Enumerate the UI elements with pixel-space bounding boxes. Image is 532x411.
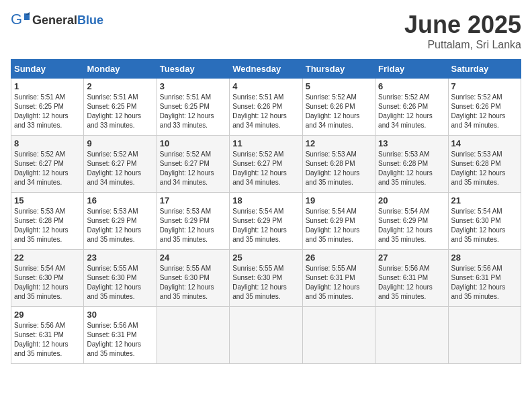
day-cell-20: 20 Sunrise: 5:54 AM Sunset: 6:29 PM Dayl… [375,193,448,250]
day-cell-22: 22 Sunrise: 5:54 AM Sunset: 6:30 PM Dayl… [11,250,84,307]
day-cell-11: 11 Sunrise: 5:52 AM Sunset: 6:27 PM Dayl… [230,136,302,193]
day-cell-27: 27 Sunrise: 5:56 AM Sunset: 6:31 PM Dayl… [375,250,448,307]
day-cell-16: 16 Sunrise: 5:53 AM Sunset: 6:29 PM Dayl… [84,193,157,250]
day-cell-23: 23 Sunrise: 5:55 AM Sunset: 6:30 PM Dayl… [84,250,157,307]
day-cell-26: 26 Sunrise: 5:55 AM Sunset: 6:31 PM Dayl… [302,250,375,307]
day-number: 1 [14,81,81,91]
day-number: 27 [378,253,445,263]
logo: G GeneralBlue [11,11,103,30]
day-cell-18: 18 Sunrise: 5:54 AM Sunset: 6:29 PM Dayl… [230,193,302,250]
week-row-3: 15 Sunrise: 5:53 AM Sunset: 6:28 PM Dayl… [11,193,521,250]
week-row-1: 1 Sunrise: 5:51 AM Sunset: 6:25 PM Dayli… [11,79,521,136]
day-number: 21 [451,195,518,205]
day-info: Sunrise: 5:54 AM Sunset: 6:29 PM Dayligh… [232,207,299,244]
day-cell-21: 21 Sunrise: 5:54 AM Sunset: 6:30 PM Dayl… [448,193,521,250]
day-number: 16 [87,195,153,205]
day-cell-5: 5 Sunrise: 5:52 AM Sunset: 6:26 PM Dayli… [302,79,375,136]
day-cell-9: 9 Sunrise: 5:52 AM Sunset: 6:27 PM Dayli… [84,136,157,193]
day-cell-24: 24 Sunrise: 5:55 AM Sunset: 6:30 PM Dayl… [157,250,229,307]
day-number: 26 [306,253,372,263]
day-cell-15: 15 Sunrise: 5:53 AM Sunset: 6:28 PM Dayl… [11,193,84,250]
day-info: Sunrise: 5:54 AM Sunset: 6:30 PM Dayligh… [14,264,81,302]
day-info: Sunrise: 5:54 AM Sunset: 6:30 PM Dayligh… [451,207,518,244]
day-cell-6: 6 Sunrise: 5:52 AM Sunset: 6:26 PM Dayli… [375,79,448,136]
title-area: June 2025 Puttalam, Sri Lanka [404,11,521,51]
day-info: Sunrise: 5:53 AM Sunset: 6:28 PM Dayligh… [378,150,445,187]
day-number: 25 [232,253,299,263]
day-number: 10 [160,138,226,148]
weekday-header-tuesday: Tuesday [157,60,229,79]
location-title: Puttalam, Sri Lanka [404,39,521,51]
day-number: 2 [87,81,153,91]
week-row-4: 22 Sunrise: 5:54 AM Sunset: 6:30 PM Dayl… [11,250,521,307]
day-info: Sunrise: 5:53 AM Sunset: 6:28 PM Dayligh… [306,150,372,187]
weekday-header-saturday: Saturday [448,60,521,79]
day-cell-3: 3 Sunrise: 5:51 AM Sunset: 6:25 PM Dayli… [157,79,229,136]
day-number: 30 [87,310,153,320]
week-row-2: 8 Sunrise: 5:52 AM Sunset: 6:27 PM Dayli… [11,136,521,193]
day-number: 9 [87,138,153,148]
day-info: Sunrise: 5:53 AM Sunset: 6:28 PM Dayligh… [451,150,518,187]
day-cell-28: 28 Sunrise: 5:56 AM Sunset: 6:31 PM Dayl… [448,250,521,307]
day-info: Sunrise: 5:54 AM Sunset: 6:29 PM Dayligh… [306,207,372,244]
day-info: Sunrise: 5:52 AM Sunset: 6:27 PM Dayligh… [14,150,81,187]
day-cell-10: 10 Sunrise: 5:52 AM Sunset: 6:27 PM Dayl… [157,136,229,193]
week-row-5: 29 Sunrise: 5:56 AM Sunset: 6:31 PM Dayl… [11,307,521,364]
day-info: Sunrise: 5:55 AM Sunset: 6:30 PM Dayligh… [160,264,226,302]
empty-cell [230,307,302,364]
day-number: 14 [451,138,518,148]
day-info: Sunrise: 5:55 AM Sunset: 6:30 PM Dayligh… [232,264,299,302]
day-number: 17 [160,195,226,205]
day-info: Sunrise: 5:55 AM Sunset: 6:31 PM Dayligh… [306,264,372,302]
day-info: Sunrise: 5:51 AM Sunset: 6:25 PM Dayligh… [87,93,153,130]
day-info: Sunrise: 5:55 AM Sunset: 6:30 PM Dayligh… [87,264,153,302]
day-number: 4 [232,81,299,91]
day-info: Sunrise: 5:53 AM Sunset: 6:28 PM Dayligh… [14,207,81,244]
weekday-header-monday: Monday [84,60,157,79]
day-number: 28 [451,253,518,263]
day-cell-14: 14 Sunrise: 5:53 AM Sunset: 6:28 PM Dayl… [448,136,521,193]
day-cell-4: 4 Sunrise: 5:51 AM Sunset: 6:26 PM Dayli… [230,79,302,136]
day-cell-7: 7 Sunrise: 5:52 AM Sunset: 6:26 PM Dayli… [448,79,521,136]
day-info: Sunrise: 5:51 AM Sunset: 6:25 PM Dayligh… [160,93,226,130]
day-info: Sunrise: 5:52 AM Sunset: 6:26 PM Dayligh… [378,93,445,130]
day-info: Sunrise: 5:52 AM Sunset: 6:27 PM Dayligh… [160,150,226,187]
empty-cell [448,307,521,364]
day-number: 12 [306,138,372,148]
day-number: 8 [14,138,81,148]
day-info: Sunrise: 5:54 AM Sunset: 6:29 PM Dayligh… [378,207,445,244]
header: G GeneralBlue June 2025 Puttalam, Sri La… [11,11,521,51]
day-cell-17: 17 Sunrise: 5:53 AM Sunset: 6:29 PM Dayl… [157,193,229,250]
logo-text-general: General [32,13,77,27]
day-number: 23 [87,253,153,263]
empty-cell [157,307,229,364]
day-number: 18 [232,195,299,205]
day-number: 29 [14,310,81,320]
day-info: Sunrise: 5:56 AM Sunset: 6:31 PM Dayligh… [378,264,445,302]
day-number: 3 [160,81,226,91]
day-number: 20 [378,195,445,205]
day-info: Sunrise: 5:52 AM Sunset: 6:26 PM Dayligh… [306,93,372,130]
day-number: 15 [14,195,81,205]
weekday-header-row: SundayMondayTuesdayWednesdayThursdayFrid… [11,60,521,79]
day-info: Sunrise: 5:52 AM Sunset: 6:27 PM Dayligh… [87,150,153,187]
day-info: Sunrise: 5:53 AM Sunset: 6:29 PM Dayligh… [160,207,226,244]
day-info: Sunrise: 5:56 AM Sunset: 6:31 PM Dayligh… [14,321,81,359]
svg-text:G: G [11,11,22,28]
day-cell-29: 29 Sunrise: 5:56 AM Sunset: 6:31 PM Dayl… [11,307,84,364]
day-info: Sunrise: 5:51 AM Sunset: 6:25 PM Dayligh… [14,93,81,130]
day-info: Sunrise: 5:56 AM Sunset: 6:31 PM Dayligh… [451,264,518,302]
day-cell-30: 30 Sunrise: 5:56 AM Sunset: 6:31 PM Dayl… [84,307,157,364]
day-number: 6 [378,81,445,91]
day-cell-19: 19 Sunrise: 5:54 AM Sunset: 6:29 PM Dayl… [302,193,375,250]
day-number: 22 [14,253,81,263]
day-cell-2: 2 Sunrise: 5:51 AM Sunset: 6:25 PM Dayli… [84,79,157,136]
day-info: Sunrise: 5:56 AM Sunset: 6:31 PM Dayligh… [87,321,153,359]
day-number: 13 [378,138,445,148]
empty-cell [375,307,448,364]
day-number: 19 [306,195,372,205]
calendar-table: SundayMondayTuesdayWednesdayThursdayFrid… [11,59,521,364]
day-cell-1: 1 Sunrise: 5:51 AM Sunset: 6:25 PM Dayli… [11,79,84,136]
weekday-header-wednesday: Wednesday [230,60,302,79]
month-title: June 2025 [404,11,521,39]
